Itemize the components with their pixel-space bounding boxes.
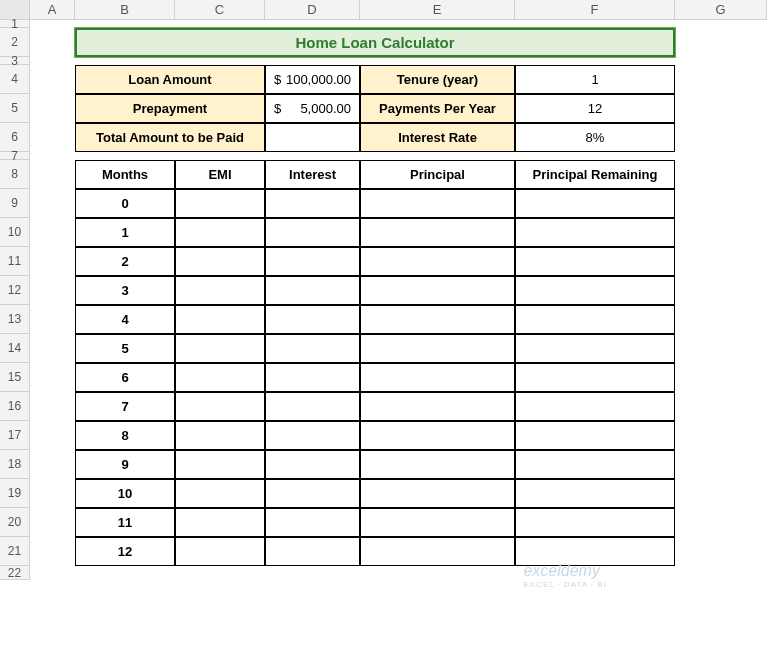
- principal-cell[interactable]: [360, 247, 515, 276]
- emi-cell[interactable]: [175, 189, 265, 218]
- row-header-9[interactable]: 9: [0, 189, 30, 218]
- rate-cell[interactable]: 8%: [515, 123, 675, 152]
- row-header-13[interactable]: 13: [0, 305, 30, 334]
- row-header-20[interactable]: 20: [0, 508, 30, 537]
- row-header-5[interactable]: 5: [0, 94, 30, 123]
- month-cell[interactable]: 6: [75, 363, 175, 392]
- month-cell[interactable]: 5: [75, 334, 175, 363]
- interest-cell[interactable]: [265, 537, 360, 566]
- col-header-a[interactable]: A: [30, 0, 75, 20]
- month-cell[interactable]: 4: [75, 305, 175, 334]
- row-header-7[interactable]: 7: [0, 152, 30, 160]
- emi-cell[interactable]: [175, 508, 265, 537]
- col-header-f[interactable]: F: [515, 0, 675, 20]
- remaining-cell[interactable]: [515, 508, 675, 537]
- interest-cell[interactable]: [265, 392, 360, 421]
- row-header-8[interactable]: 8: [0, 160, 30, 189]
- emi-cell[interactable]: [175, 247, 265, 276]
- interest-cell[interactable]: [265, 421, 360, 450]
- col-header-c[interactable]: C: [175, 0, 265, 20]
- col-header-e[interactable]: E: [360, 0, 515, 20]
- row-header-19[interactable]: 19: [0, 479, 30, 508]
- principal-cell[interactable]: [360, 450, 515, 479]
- month-cell[interactable]: 0: [75, 189, 175, 218]
- principal-cell[interactable]: [360, 363, 515, 392]
- row-header-15[interactable]: 15: [0, 363, 30, 392]
- row-header-1[interactable]: 1: [0, 20, 30, 28]
- principal-cell[interactable]: [360, 537, 515, 566]
- interest-cell[interactable]: [265, 189, 360, 218]
- interest-cell[interactable]: [265, 334, 360, 363]
- emi-cell[interactable]: [175, 276, 265, 305]
- month-cell[interactable]: 12: [75, 537, 175, 566]
- month-cell[interactable]: 3: [75, 276, 175, 305]
- emi-cell[interactable]: [175, 537, 265, 566]
- col-header-d[interactable]: D: [265, 0, 360, 20]
- row-header-14[interactable]: 14: [0, 334, 30, 363]
- emi-cell[interactable]: [175, 392, 265, 421]
- interest-cell[interactable]: [265, 276, 360, 305]
- emi-cell[interactable]: [175, 479, 265, 508]
- interest-cell[interactable]: [265, 450, 360, 479]
- row-header-10[interactable]: 10: [0, 218, 30, 247]
- principal-cell[interactable]: [360, 508, 515, 537]
- emi-cell[interactable]: [175, 363, 265, 392]
- loan-amount-cell[interactable]: $ 100,000.00: [265, 65, 360, 94]
- total-label: Total Amount to be Paid: [75, 123, 265, 152]
- remaining-cell[interactable]: [515, 276, 675, 305]
- emi-cell[interactable]: [175, 334, 265, 363]
- row-header-11[interactable]: 11: [0, 247, 30, 276]
- emi-cell[interactable]: [175, 421, 265, 450]
- remaining-cell[interactable]: [515, 189, 675, 218]
- row-header-21[interactable]: 21: [0, 537, 30, 566]
- interest-cell[interactable]: [265, 247, 360, 276]
- interest-cell[interactable]: [265, 363, 360, 392]
- month-cell[interactable]: 10: [75, 479, 175, 508]
- month-cell[interactable]: 1: [75, 218, 175, 247]
- emi-cell[interactable]: [175, 305, 265, 334]
- interest-cell[interactable]: [265, 479, 360, 508]
- emi-cell[interactable]: [175, 218, 265, 247]
- emi-cell[interactable]: [175, 450, 265, 479]
- remaining-cell[interactable]: [515, 450, 675, 479]
- interest-cell[interactable]: [265, 508, 360, 537]
- month-cell[interactable]: 9: [75, 450, 175, 479]
- row-header-4[interactable]: 4: [0, 65, 30, 94]
- prepayment-cell[interactable]: $ 5,000.00: [265, 94, 360, 123]
- remaining-cell[interactable]: [515, 392, 675, 421]
- interest-cell[interactable]: [265, 218, 360, 247]
- col-header-b[interactable]: B: [75, 0, 175, 20]
- month-cell[interactable]: 2: [75, 247, 175, 276]
- principal-cell[interactable]: [360, 479, 515, 508]
- row-header-12[interactable]: 12: [0, 276, 30, 305]
- tenure-cell[interactable]: 1: [515, 65, 675, 94]
- interest-cell[interactable]: [265, 305, 360, 334]
- principal-cell[interactable]: [360, 421, 515, 450]
- remaining-cell[interactable]: [515, 479, 675, 508]
- row-header-22[interactable]: 22: [0, 566, 30, 580]
- month-cell[interactable]: 11: [75, 508, 175, 537]
- row-header-16[interactable]: 16: [0, 392, 30, 421]
- page-title[interactable]: Home Loan Calculator: [75, 28, 675, 57]
- month-cell[interactable]: 8: [75, 421, 175, 450]
- principal-cell[interactable]: [360, 218, 515, 247]
- remaining-cell[interactable]: [515, 247, 675, 276]
- principal-cell[interactable]: [360, 334, 515, 363]
- month-cell[interactable]: 7: [75, 392, 175, 421]
- ppy-cell[interactable]: 12: [515, 94, 675, 123]
- row-header-3[interactable]: 3: [0, 57, 30, 65]
- col-header-g[interactable]: G: [675, 0, 767, 20]
- remaining-cell[interactable]: [515, 305, 675, 334]
- remaining-cell[interactable]: [515, 334, 675, 363]
- remaining-cell[interactable]: [515, 363, 675, 392]
- principal-cell[interactable]: [360, 305, 515, 334]
- remaining-cell[interactable]: [515, 218, 675, 247]
- total-cell[interactable]: [265, 123, 360, 152]
- row-header-18[interactable]: 18: [0, 450, 30, 479]
- principal-cell[interactable]: [360, 276, 515, 305]
- remaining-cell[interactable]: [515, 537, 675, 566]
- principal-cell[interactable]: [360, 189, 515, 218]
- row-header-17[interactable]: 17: [0, 421, 30, 450]
- principal-cell[interactable]: [360, 392, 515, 421]
- remaining-cell[interactable]: [515, 421, 675, 450]
